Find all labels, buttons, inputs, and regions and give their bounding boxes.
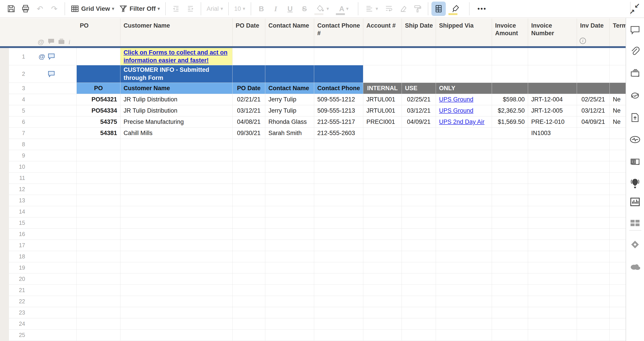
grid-cell[interactable] [402, 329, 436, 340]
row-number[interactable]: 15 [9, 217, 25, 228]
grid-cell[interactable] [577, 48, 610, 65]
grid-cell[interactable] [77, 206, 120, 217]
grid-cell[interactable] [314, 184, 363, 195]
row-number[interactable]: 3 [9, 83, 25, 94]
grid-cell[interactable]: Precise Manufacturing [120, 116, 232, 127]
grid-cell[interactable] [528, 229, 577, 240]
grid-cell[interactable] [77, 139, 120, 150]
grid-cell[interactable] [120, 217, 232, 228]
grid-cell[interactable] [120, 285, 232, 296]
grid-cell[interactable] [77, 48, 120, 65]
grid-cell[interactable] [363, 65, 402, 83]
row-number[interactable]: 16 [9, 229, 25, 240]
grid-cell[interactable] [436, 285, 492, 296]
grid-cell[interactable] [402, 48, 436, 65]
grid-cell[interactable] [402, 262, 436, 273]
grid-cell[interactable] [492, 161, 528, 172]
publish-icon[interactable] [630, 113, 640, 123]
grid-cell[interactable]: PRECI001 [363, 116, 402, 127]
grid-cell[interactable] [120, 296, 232, 307]
grid-cell[interactable] [528, 318, 577, 329]
grid-cell[interactable] [314, 217, 363, 228]
grid-cell[interactable]: JRTUL001 [363, 105, 402, 116]
grid-cell[interactable] [77, 173, 120, 184]
row-number[interactable]: 19 [9, 262, 25, 273]
grid-cell[interactable] [265, 48, 314, 65]
grid-cell[interactable] [120, 150, 232, 161]
underline-button[interactable]: U [283, 2, 297, 16]
grid-cell[interactable] [577, 150, 610, 161]
grid-cell[interactable] [232, 229, 265, 240]
grid-cell[interactable] [363, 307, 402, 318]
grid-cell[interactable] [528, 251, 577, 262]
grid-cell[interactable]: PO54334 [77, 105, 120, 116]
grid-cell[interactable] [610, 296, 626, 307]
grid-cell[interactable] [492, 206, 528, 217]
grid-cell[interactable] [77, 65, 120, 83]
grid-cell[interactable] [436, 307, 492, 318]
row-number[interactable]: 14 [9, 206, 25, 217]
grid-cell[interactable] [120, 206, 232, 217]
grid-cell[interactable] [120, 184, 232, 195]
grid-cell[interactable] [577, 184, 610, 195]
grid-cell[interactable] [610, 48, 626, 65]
grid-cell[interactable] [610, 83, 626, 94]
grid-cell[interactable] [610, 206, 626, 217]
grid-cell[interactable] [314, 240, 363, 251]
grid-cell[interactable] [436, 273, 492, 284]
view-selector[interactable]: Grid View ▾ [68, 2, 116, 16]
grid-cell[interactable] [314, 318, 363, 329]
grid-cell[interactable] [610, 65, 626, 83]
grid-cell[interactable] [436, 195, 492, 206]
grid-cell[interactable] [492, 139, 528, 150]
comment-icon[interactable] [48, 48, 55, 65]
grid-cell[interactable]: $2,362.50 [492, 105, 528, 116]
column-header[interactable]: Invoice Amount [492, 19, 528, 46]
redo-button[interactable]: ↷ [47, 2, 62, 16]
fill-color-button[interactable]: ▾ [312, 2, 333, 16]
grid-cell[interactable] [492, 318, 528, 329]
grid-cell[interactable] [314, 48, 363, 65]
grid-cell[interactable] [577, 65, 610, 83]
grid-cell[interactable] [402, 307, 436, 318]
grid-cell[interactable] [314, 307, 363, 318]
grid-cell[interactable] [314, 206, 363, 217]
font-family-select[interactable]: Arial ▾ [204, 2, 225, 16]
grid-cell[interactable] [528, 285, 577, 296]
grid-cell[interactable]: Jerry Tulip [265, 94, 314, 105]
grid-cell[interactable] [77, 195, 120, 206]
grid-cell[interactable] [402, 65, 436, 83]
row-number[interactable]: 7 [9, 128, 25, 139]
row-number[interactable]: 17 [9, 240, 25, 251]
grid-cell[interactable]: 03/12/21 [577, 105, 610, 116]
grid-cell[interactable] [528, 48, 577, 65]
grid-cell[interactable]: 212-555-2603 [314, 128, 363, 139]
grid-cell[interactable] [402, 128, 436, 139]
row-number[interactable]: 22 [9, 296, 25, 307]
grid-cell[interactable]: 04/09/21 [577, 116, 610, 127]
row-number[interactable]: 1 [9, 48, 25, 65]
filter-selector[interactable]: Filter Off ▾ [116, 2, 162, 16]
grid-cell[interactable]: 509-555-1213 [314, 105, 363, 116]
grid-cell[interactable] [577, 83, 610, 94]
grid-cell[interactable] [577, 173, 610, 184]
grid-cell[interactable] [436, 296, 492, 307]
grid-cell[interactable] [492, 262, 528, 273]
grid-cell[interactable]: JR Tulip Distribution [120, 94, 232, 105]
grid-cell[interactable] [363, 150, 402, 161]
grid-cell[interactable] [436, 150, 492, 161]
grid-cell[interactable] [363, 184, 402, 195]
grid-cell[interactable] [314, 195, 363, 206]
grid-cell[interactable] [265, 240, 314, 251]
grid-cell[interactable] [363, 273, 402, 284]
grid-cell[interactable] [528, 240, 577, 251]
grid-cell[interactable] [265, 273, 314, 284]
grid-cell[interactable] [528, 195, 577, 206]
column-header[interactable]: Contact Name [265, 19, 314, 46]
grid-cell[interactable] [120, 240, 232, 251]
column-header[interactable]: Shipped Via [436, 19, 492, 46]
grid-cell[interactable] [610, 217, 626, 228]
grid-cell[interactable] [314, 262, 363, 273]
grid-cell[interactable] [492, 296, 528, 307]
grid-cell[interactable] [436, 161, 492, 172]
